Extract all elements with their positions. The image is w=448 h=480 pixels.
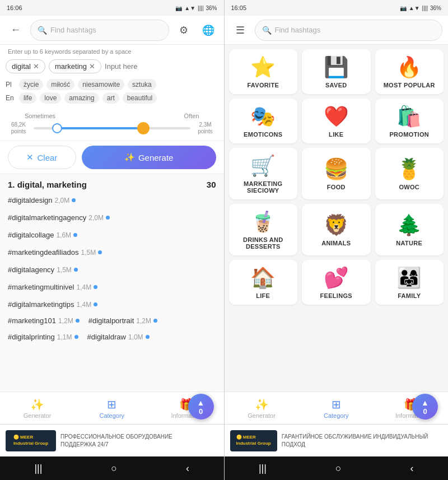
lang-tag-beautiful[interactable]: beautiful — [123, 92, 157, 104]
list-item[interactable]: #digitaldraw 1,0M — [87, 333, 150, 341]
clear-button[interactable]: ✕ Clear — [8, 146, 76, 169]
hashtag-count: 1,5M — [81, 249, 96, 257]
lang-tag-art[interactable]: art — [102, 92, 119, 104]
hashtag-dot — [73, 233, 77, 237]
list-item[interactable]: #marketingdeafiliados 1,5M — [8, 248, 102, 257]
emoticons-emoji: 🎭 — [250, 106, 276, 127]
search-box-right[interactable]: 🔍 Find hashtags — [255, 20, 443, 41]
hashtag-row-3: #digitalcollage 1,6M — [8, 230, 216, 243]
generator-label-left: Generator — [24, 412, 52, 419]
category-card-drinks[interactable]: 🧋 DRINKS AND DESSERTS — [229, 204, 298, 255]
recent-apps-button-right[interactable]: ||| — [259, 463, 267, 474]
lang-tag-life[interactable]: life — [19, 92, 36, 104]
menu-button[interactable]: ☰ — [230, 20, 250, 40]
generate-button[interactable]: ✨ Generate — [82, 146, 216, 169]
status-bar-right: 16:05 📷 ▲▼ |||| 36% — [225, 0, 449, 16]
hashtag-count: 1,0M — [128, 333, 143, 341]
nav-bar-right: ☰ 🔍 Find hashtags — [225, 16, 449, 45]
back-button[interactable]: ← — [6, 20, 26, 40]
slider-thumb-right[interactable] — [137, 122, 150, 134]
category-card-like[interactable]: ❤️ LIKE — [302, 99, 371, 143]
category-card-emoticons[interactable]: 🎭 EMOTICONS — [229, 99, 298, 143]
category-card-saved[interactable]: 💾 SAVED — [302, 49, 371, 94]
generate-label: Generate — [138, 153, 174, 162]
category-card-marketing[interactable]: 🛒 MARKETING SIECIOWY — [229, 148, 298, 199]
list-item[interactable]: #marketing101 1,2M — [8, 316, 80, 325]
results-section: 1. digital, marketing 30 #digitaldesign … — [0, 174, 224, 392]
tag-remove-marketing[interactable]: ✕ — [89, 63, 95, 70]
hashtag-text: #digitalprinting — [8, 333, 55, 341]
favorite-label: FAVORITE — [247, 82, 279, 88]
category-card-feelings[interactable]: 💕 FEELINGS — [302, 260, 371, 305]
status-icons-right: 📷 ▲▼ |||| 36% — [400, 5, 441, 11]
clear-label: Clear — [37, 153, 57, 162]
hashtag-count: 2,0M — [55, 197, 70, 204]
slider-thumb-left[interactable] — [52, 123, 62, 133]
list-item[interactable]: #digitalmarketingagency 2,0M — [8, 213, 110, 222]
owoc-emoji: 🍍 — [396, 159, 422, 179]
animals-label: ANIMALS — [321, 240, 351, 246]
list-item[interactable]: #digitalcollage 1,6M — [8, 231, 77, 239]
hashtag-text: #digitaldesign — [8, 196, 53, 204]
filter-icon: ⚙ — [179, 24, 188, 36]
category-card-family[interactable]: 👨‍👩‍👧 FAMILY — [375, 260, 444, 305]
hashtag-count: 1,4M — [77, 301, 92, 309]
bottom-nav-generator-left[interactable]: ✨ Generator — [0, 395, 74, 421]
category-card-most-popular[interactable]: 🔥 MOST POPULAR — [375, 49, 444, 94]
list-item[interactable]: #marketingmultinivel 1,4M — [8, 283, 97, 291]
hashtag-count: 1,1M — [57, 333, 72, 341]
home-button-right[interactable]: ○ — [335, 463, 342, 474]
lang-tag-zycie[interactable]: życie — [19, 79, 43, 90]
hashtags-list: #digitaldesign 2,0M #digitalmarketingage… — [8, 195, 216, 344]
lang-tag-niesamowite[interactable]: niesamowite — [78, 79, 124, 90]
tag-chip-digital: digital ✕ — [6, 59, 45, 73]
category-card-food[interactable]: 🍔 FOOD — [302, 148, 371, 199]
food-emoji: 🍔 — [324, 159, 349, 179]
hashtag-count: 2,0M — [88, 214, 104, 222]
drinks-emoji: 🧋 — [250, 212, 276, 232]
hashtag-text: #digitaldraw — [87, 333, 126, 341]
lang-tag-amazing[interactable]: amazing — [64, 92, 99, 104]
home-button-left[interactable]: ○ — [111, 463, 117, 474]
category-card-animals[interactable]: 🦁 ANIMALS — [302, 204, 371, 255]
bottom-nav-category-right[interactable]: ⊞ Category — [299, 395, 374, 421]
filter-button[interactable]: ⚙ — [174, 20, 194, 40]
lang-tag-milosc[interactable]: miłość — [46, 79, 74, 90]
back-button-sys-right[interactable]: ‹ — [410, 463, 414, 474]
tag-label-marketing: marketing — [55, 62, 87, 71]
lang-row-pl: Pl życie miłość niesamowite sztuka — [6, 79, 218, 90]
slider-track[interactable] — [34, 127, 190, 129]
back-button-sys-left[interactable]: ‹ — [186, 463, 189, 474]
lang-tag-sztuka[interactable]: sztuka — [128, 79, 156, 90]
fab-left[interactable]: ▲ 0 — [188, 394, 214, 420]
bottom-nav-category-left[interactable]: ⊞ Category — [74, 395, 149, 421]
hashtag-dot — [98, 250, 102, 254]
tag-remove-digital[interactable]: ✕ — [33, 63, 39, 70]
list-item[interactable]: #digitalprinting 1,1M — [8, 333, 78, 341]
owoc-label: OWOC — [399, 184, 419, 190]
feelings-label: FEELINGS — [320, 292, 352, 299]
category-card-promotion[interactable]: 🛍️ PROMOTION — [375, 99, 444, 143]
fab-right[interactable]: ▲ 0 — [412, 394, 438, 420]
category-card-owoc[interactable]: 🍍 OWOC — [375, 148, 444, 199]
tag-input[interactable] — [105, 62, 150, 71]
globe-button[interactable]: 🌐 — [198, 20, 218, 40]
lang-row-en: En life love amazing art beautiful — [6, 92, 218, 104]
category-card-life[interactable]: 🏠 LIFE — [229, 260, 298, 305]
list-item[interactable]: #digitalagency 1,5M — [8, 265, 78, 274]
hashtag-dot — [74, 335, 78, 339]
lang-tag-love[interactable]: love — [40, 92, 61, 104]
bottom-nav-generator-right[interactable]: ✨ Generator — [225, 395, 299, 421]
list-item[interactable]: #digitalportrait 1,2M — [88, 316, 157, 325]
ad-logo-right: 🟡 MEERIndustrial Group — [230, 430, 277, 451]
slider-max-label: 2,3M points — [195, 122, 216, 135]
category-label-left: Category — [99, 412, 124, 419]
search-box-left[interactable]: 🔍 Find hashtags — [30, 20, 169, 41]
right-phone: 16:05 📷 ▲▼ |||| 36% ☰ 🔍 Find hashtags ⭐ … — [225, 0, 449, 480]
category-label-right: Category — [324, 412, 349, 419]
recent-apps-button-left[interactable]: ||| — [34, 463, 42, 474]
list-item[interactable]: #digitaldesign 2,0M — [8, 196, 76, 204]
category-card-favorite[interactable]: ⭐ FAVORITE — [229, 49, 298, 94]
category-card-nature[interactable]: 🌲 NATURE — [375, 204, 444, 255]
list-item[interactable]: #digitalmarketingtips 1,4M — [8, 300, 97, 309]
